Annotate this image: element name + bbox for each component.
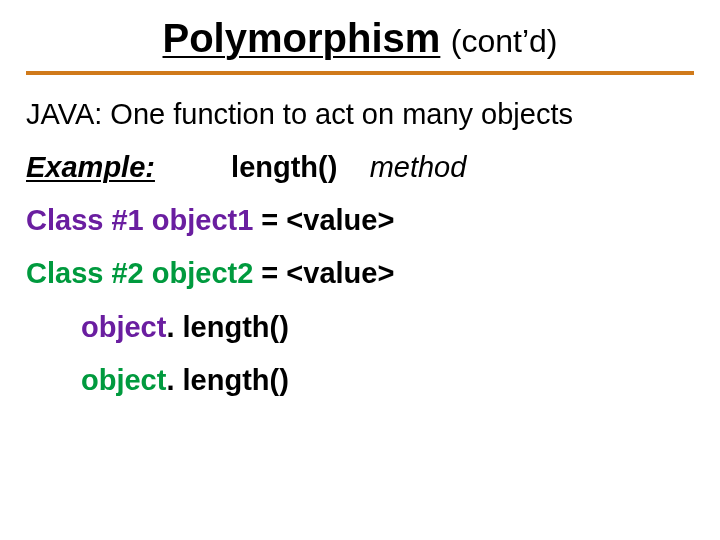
call1-object: object <box>81 311 166 343</box>
eq-1: = <box>261 204 286 236</box>
call1-rest: length() <box>183 311 289 343</box>
title-main: Polymorphism <box>163 16 441 60</box>
example-method-word: method <box>370 151 467 183</box>
call2-object: object <box>81 364 166 396</box>
example-method: length() <box>231 151 337 183</box>
example-line: Example: length() method <box>26 148 694 187</box>
call2-rest: length() <box>183 364 289 396</box>
object-name-2: object2 <box>152 257 254 289</box>
title-divider <box>26 71 694 75</box>
call1-dot: . <box>166 311 182 343</box>
value-2: <value> <box>286 257 394 289</box>
example-label: Example: <box>26 151 155 183</box>
call-line-2: object. length() <box>26 361 694 400</box>
value-1: <value> <box>286 204 394 236</box>
slide-body: JAVA: One function to act on many object… <box>26 95 694 400</box>
eq-2: = <box>261 257 286 289</box>
object-name-1: object1 <box>152 204 254 236</box>
title-sub: (cont’d) <box>451 23 558 59</box>
call-line-1: object. length() <box>26 308 694 347</box>
class-keyword-1: Class #1 <box>26 204 144 236</box>
slide-title: Polymorphism (cont’d) <box>26 16 694 61</box>
declaration-1: Class #1 object1 = <value> <box>26 201 694 240</box>
call2-dot: . <box>166 364 182 396</box>
class-keyword-2: Class #2 <box>26 257 144 289</box>
declaration-2: Class #2 object2 = <value> <box>26 254 694 293</box>
intro-line: JAVA: One function to act on many object… <box>26 95 694 134</box>
